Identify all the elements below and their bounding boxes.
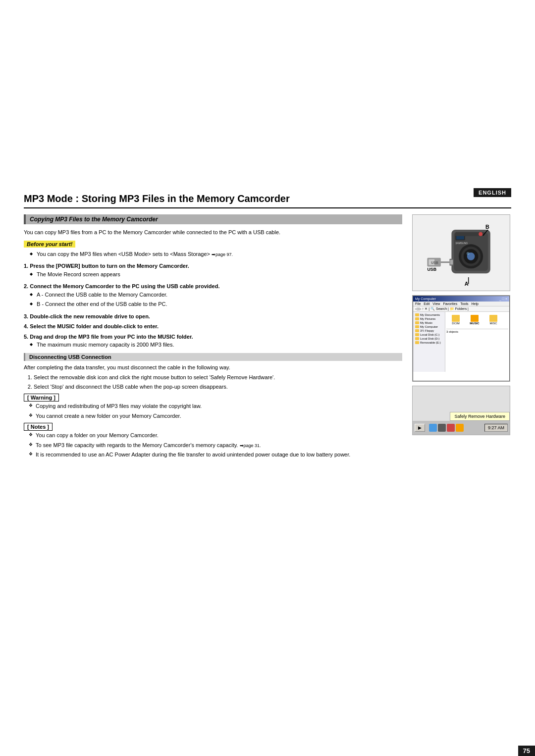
explorer-sidebar-item-5: 3½ Floppy bbox=[414, 329, 444, 333]
intro-text: You can copy MP3 files from a PC to the … bbox=[24, 228, 402, 237]
notes-item-1: You can copy a folder on your Memory Cam… bbox=[29, 431, 402, 440]
step-2-subs: A - Connect the USB cable to the Memory … bbox=[24, 291, 402, 308]
main-content: MP3 Mode : Storing MP3 Files in the Memo… bbox=[0, 0, 535, 461]
step-2: 2. Connect the Memory Camcorder to the P… bbox=[24, 282, 402, 308]
disconnecting-heading: Disconnecting USB Connection bbox=[24, 353, 402, 361]
step-5-sub-1: The maximum music memory capacity is 200… bbox=[30, 341, 402, 349]
explorer-menubar: FileEditViewFavoritesToolsHelp bbox=[413, 302, 509, 306]
taskbar-image-box: Safely Remove Hardware ▶ 9:27 AM bbox=[412, 386, 510, 435]
svg-text:USB: USB bbox=[427, 267, 436, 272]
folder-icon-4 bbox=[415, 325, 419, 328]
warning-section: [ Warning ] Copying and redistributing o… bbox=[24, 395, 402, 420]
taskbar-sim: ▶ 9:27 AM bbox=[413, 421, 510, 435]
taskbar-icon-3 bbox=[447, 424, 455, 432]
folder-icon-6 bbox=[415, 333, 419, 336]
explorer-sidebar: My Documents My Pictures My Music bbox=[413, 312, 445, 372]
svg-text:A: A bbox=[465, 281, 469, 287]
explorer-sim: My Computer _ □ × FileEditViewFavoritesT… bbox=[413, 296, 510, 381]
before-start-label: Before your start! bbox=[24, 241, 75, 248]
folder-icon-1 bbox=[415, 313, 419, 316]
folder-item-misc: MISC bbox=[486, 315, 501, 325]
warning-item-2: You cannot create a new folder on your M… bbox=[29, 412, 402, 420]
explorer-sidebar-item-7: Local Disk (D:) bbox=[414, 337, 444, 341]
page-title: MP3 Mode : Storing MP3 Files in the Memo… bbox=[24, 193, 511, 208]
folder-icon-7 bbox=[415, 337, 419, 340]
camera-svg: USB A B USB bbox=[413, 215, 510, 291]
disconnecting-steps: Select the removable disk icon and click… bbox=[24, 373, 402, 391]
step-4: 4. Select the MUSIC folder and double-cl… bbox=[24, 322, 402, 331]
warning-label: [ Warning ] bbox=[24, 395, 402, 401]
left-column: Copying MP3 Files to the Memory Camcorde… bbox=[24, 214, 402, 461]
right-column: USB A B USB bbox=[412, 214, 511, 461]
safely-remove-popup: Safely Remove Hardware bbox=[450, 412, 510, 421]
folder-icon-5 bbox=[415, 329, 419, 332]
page-container: ENGLISH MP3 Mode : Storing MP3 Files in … bbox=[0, 0, 535, 756]
svg-text:SAMSUNG: SAMSUNG bbox=[455, 242, 468, 245]
svg-text:USB: USB bbox=[431, 261, 438, 264]
explorer-sidebar-item-6: Local Disk (C:) bbox=[414, 333, 444, 337]
folder-icon-music bbox=[471, 315, 479, 322]
svg-point-7 bbox=[467, 252, 470, 255]
taskbar-icon-4 bbox=[456, 424, 464, 432]
notes-label: [ Notes ] bbox=[24, 424, 402, 430]
language-badge: ENGLISH bbox=[474, 188, 511, 197]
explorer-sidebar-item-1: My Documents bbox=[414, 313, 444, 317]
taskbar-icon-2 bbox=[438, 424, 446, 432]
taskbar-time: 9:27 AM bbox=[484, 424, 508, 432]
svg-rect-13 bbox=[450, 260, 453, 265]
explorer-image-box: My Computer _ □ × FileEditViewFavoritesT… bbox=[412, 295, 510, 382]
step-2-sub-2: B - Connect the other end of the USB cab… bbox=[30, 300, 402, 308]
explorer-toolbar: ◁ ▷ ↑ ✕ | 🔍 Search | 📁 Folders | bbox=[413, 306, 509, 312]
warning-list: Copying and redistributing of MP3 files … bbox=[24, 402, 402, 420]
explorer-body: My Documents My Pictures My Music bbox=[413, 312, 509, 372]
step-3: 3. Double-click the new removable drive … bbox=[24, 312, 402, 321]
folder-item-dcim: DCIM bbox=[448, 315, 463, 325]
step-5: 5. Drag and drop the MP3 file from your … bbox=[24, 333, 402, 349]
step-1: 1. Press the [POWER] button to turn on t… bbox=[24, 262, 402, 278]
folder-icon-2 bbox=[415, 317, 419, 320]
step-5-subs: The maximum music memory capacity is 200… bbox=[24, 341, 402, 349]
step-2-sub-1: A - Connect the USB cable to the Memory … bbox=[30, 291, 402, 299]
folder-item-music: MUSIC bbox=[467, 315, 482, 325]
two-column-layout: Copying MP3 Files to the Memory Camcorde… bbox=[24, 214, 511, 461]
notes-list: You can copy a folder on your Memory Cam… bbox=[24, 431, 402, 459]
warning-item-1: Copying and redistributing of MP3 files … bbox=[29, 402, 402, 410]
step-1-subs: The Movie Record screen appears bbox=[24, 270, 402, 279]
taskbar-icon-1 bbox=[429, 424, 437, 432]
folder-icon-dcim bbox=[452, 315, 460, 322]
notes-item-3: It is recommended to use an AC Power Ada… bbox=[29, 451, 402, 459]
disconnecting-step-2: Select 'Stop' and disconnect the USB cab… bbox=[34, 383, 402, 391]
explorer-main: DCIM MUSIC MISC bbox=[445, 312, 509, 372]
camera-image-box: USB A B USB bbox=[412, 214, 510, 291]
notes-item-2: To see MP3 file capacity with regards to… bbox=[29, 441, 402, 450]
notes-section: [ Notes ] You can copy a folder on your … bbox=[24, 424, 402, 459]
explorer-status-bar: 3 objects bbox=[446, 329, 508, 333]
explorer-sidebar-item-3: My Music bbox=[414, 321, 444, 325]
before-start-list: You can copy the MP3 files when <USB Mod… bbox=[24, 250, 402, 258]
folder-icon-3 bbox=[415, 321, 419, 324]
disconnecting-step-1: Select the removable disk icon and click… bbox=[34, 373, 402, 382]
start-icon: ▶ bbox=[418, 425, 422, 430]
section-heading: Copying MP3 Files to the Memory Camcorde… bbox=[24, 214, 402, 224]
explorer-sidebar-item-8: Removable (E:) bbox=[414, 341, 444, 345]
explorer-titlebar: My Computer _ □ × bbox=[413, 296, 509, 302]
explorer-sidebar-item-2: My Pictures bbox=[414, 317, 444, 321]
folder-icon-8 bbox=[415, 341, 419, 344]
explorer-sidebar-item-4: My Computer bbox=[414, 325, 444, 329]
step-1-sub-1: The Movie Record screen appears bbox=[30, 270, 402, 279]
steps-list: 1. Press the [POWER] button to turn on t… bbox=[24, 262, 402, 349]
start-button[interactable]: ▶ bbox=[415, 424, 425, 432]
page-number: 75 bbox=[518, 746, 535, 756]
disconnecting-intro: After completing the data transfer, you … bbox=[24, 363, 402, 372]
before-start-item-1: You can copy the MP3 files when <USB Mod… bbox=[30, 250, 402, 258]
folder-icon-misc bbox=[489, 315, 497, 322]
svg-text:B: B bbox=[485, 224, 489, 230]
svg-point-11 bbox=[479, 232, 482, 236]
